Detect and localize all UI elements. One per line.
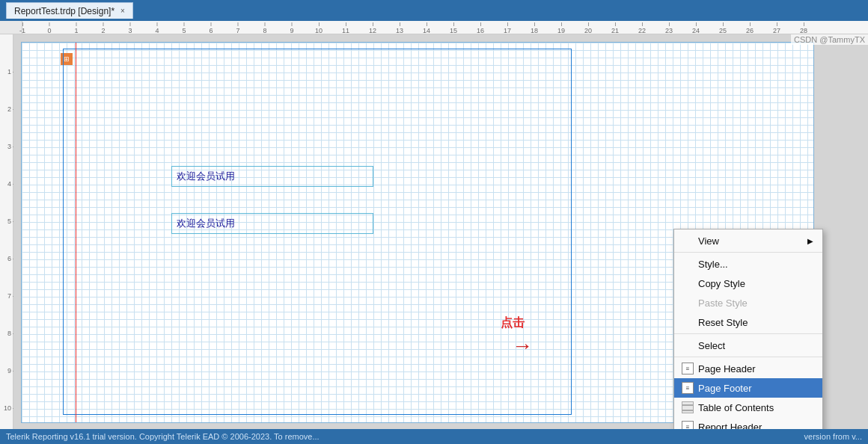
tab-label: ReportTest.trdp [Design]* [14,6,114,16]
status-version: version from v... [804,432,862,441]
ruler-tick-v-1: 1 [7,68,11,75]
ruler-tick-h-8: 8 [263,22,266,34]
ruler-tick-h-23: 23 [665,22,673,34]
ctx-icon-spacer [682,316,694,328]
ctx-label-copy-style: Copy Style [698,278,745,289]
ctx-icon-page-footer: ≡ [682,382,694,394]
ruler-tick-v-8: 8 [7,330,11,337]
ctx-item-select[interactable]: Select [674,336,822,355]
ruler-tick-h--1: -1 [19,22,25,34]
ruler-tick-h-20: 20 [584,22,592,34]
ruler-horizontal: -101234567891011121314151617181920212223… [0,21,868,34]
ctx-item-view[interactable]: View [674,231,822,250]
watermark: CSDN @TammyTX [791,34,868,45]
ruler-tick-h-9: 9 [290,22,293,34]
ctx-item-report-header[interactable]: ≡Report Header [674,417,822,429]
click-annotation: 点击 [501,315,525,331]
ctx-item-paste-style: Paste Style [674,293,822,312]
title-bar: ReportTest.trdp [Design]* × [0,0,868,21]
main-area: 12345678910 ⊞ 欢迎会员试用 欢迎会员试用 点击 → ViewSty… [0,34,868,429]
ctx-label-table-of-contents: Table of Contents [698,402,774,413]
ctx-item-copy-style[interactable]: Copy Style [674,274,822,293]
ruler-tick-h-22: 22 [638,22,646,34]
ruler-tick-h-16: 16 [477,22,484,34]
status-text: Telerik Reporting v16.1 trial version. C… [6,432,804,441]
ruler-tick-h-1: 1 [74,22,78,34]
ctx-separator [674,357,822,357]
ruler-tick-h-26: 26 [746,22,754,34]
ctx-separator [674,252,822,253]
ruler-tick-h-0: 0 [47,22,51,34]
ctx-item-style[interactable]: Style... [674,254,822,274]
ctx-icon-spacer [682,258,694,270]
ctx-icon-page-header: ≡ [682,363,694,374]
ctx-item-reset-style[interactable]: Reset Style [674,312,822,332]
textbox-2[interactable]: 欢迎会员试用 [171,213,373,234]
report-icon: ⊞ [61,53,73,65]
ruler-tick-h-7: 7 [236,22,239,34]
ctx-label-style: Style... [698,259,728,270]
textbox-1[interactable]: 欢迎会员试用 [171,166,373,187]
ruler-tick-h-18: 18 [531,22,538,34]
ctx-icon-spacer [682,277,694,289]
ctx-separator [674,333,822,334]
ruler-tick-h-12: 12 [369,22,376,34]
ruler-tick-h-27: 27 [773,22,780,34]
ruler-tick-v-5: 5 [7,218,11,225]
ruler-tick-h-3: 3 [128,22,132,34]
ruler-tick-v-3: 3 [7,143,11,150]
ruler-tick-h-28: 28 [800,22,807,34]
context-menu[interactable]: ViewStyle...Copy StylePaste StyleReset S… [673,229,823,429]
ctx-label-select: Select [698,340,725,351]
ctx-label-page-footer: Page Footer [698,383,752,394]
ruler-tick-h-6: 6 [209,22,213,34]
ruler-tick-v-6: 6 [7,255,11,262]
ctx-item-page-footer[interactable]: ≡Page Footer [674,378,822,398]
ruler-tick-h-15: 15 [450,22,457,34]
arrow-annotation: → [512,334,533,358]
ruler-tick-h-4: 4 [155,22,159,34]
ctx-item-table-of-contents[interactable]: Table of Contents [674,398,822,417]
ctx-label-report-header: Report Header [698,422,762,430]
tab-report[interactable]: ReportTest.trdp [Design]* × [6,2,133,19]
ctx-label-view: View [698,235,719,247]
status-bar: Telerik Reporting v16.1 trial version. C… [0,429,868,444]
ruler-tick-v-10: 10 [4,404,11,412]
ruler-tick-v-4: 4 [7,180,11,188]
ruler-tick-h-21: 21 [611,22,619,34]
ruler-h-track: -101234567891011121314151617181920212223… [22,21,868,34]
ruler-tick-h-17: 17 [504,22,511,34]
ruler-vertical: 12345678910 [0,34,13,429]
ruler-tick-h-24: 24 [692,22,700,34]
ruler-tick-h-5: 5 [182,22,186,34]
ruler-tick-h-19: 19 [557,22,565,34]
ruler-tick-v-9: 9 [7,367,11,374]
ctx-icon-spacer [682,339,694,351]
ctx-label-page-header: Page Header [698,363,756,374]
ruler-tick-v-7: 7 [7,292,11,300]
red-line [76,43,76,422]
tab-close-button[interactable]: × [120,7,125,15]
ctx-item-page-header[interactable]: ≡Page Header [674,359,822,378]
ruler-tick-h-13: 13 [396,22,403,34]
ruler-tick-h-10: 10 [315,22,323,34]
ruler-tick-h-11: 11 [342,22,349,34]
ctx-icon-spacer [682,297,694,309]
ctx-icon-spacer [682,235,694,247]
ruler-tick-h-2: 2 [101,22,105,34]
ctx-label-paste-style: Paste Style [698,297,748,309]
ctx-icon-table-of-contents [682,401,694,413]
ctx-icon-report-header: ≡ [682,421,694,429]
ctx-label-reset-style: Reset Style [698,317,748,328]
canvas-area: ⊞ 欢迎会员试用 欢迎会员试用 点击 → ViewStyle...Copy St… [13,34,868,429]
ruler-tick-h-14: 14 [423,22,430,34]
ruler-tick-v-2: 2 [7,105,11,113]
ruler-tick-h-25: 25 [719,22,727,34]
